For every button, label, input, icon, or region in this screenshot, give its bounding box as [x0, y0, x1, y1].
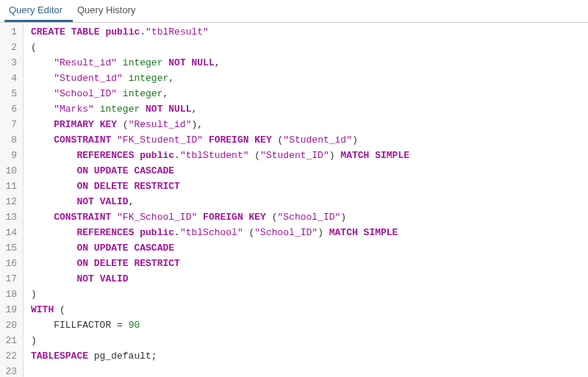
line-number: 2: [3, 40, 17, 55]
token-kw: RESTRICT: [134, 181, 179, 192]
tab-query-history[interactable]: Query History: [73, 0, 146, 22]
token-kw: VALID: [100, 196, 129, 207]
code-line[interactable]: NOT VALID,: [31, 194, 409, 209]
token-kw: public: [105, 26, 140, 37]
code-line[interactable]: CREATE TABLE public."tblResult": [31, 24, 409, 40]
token-plain: .: [174, 227, 180, 238]
token-plain: ,: [215, 57, 220, 68]
token-plain: [88, 165, 94, 176]
token-plain: (: [249, 150, 261, 161]
token-plain: [31, 165, 76, 176]
token-typ: integer: [123, 88, 163, 99]
code-line[interactable]: "Marks" integer NOT NULL,: [31, 101, 409, 117]
code-line[interactable]: ): [31, 287, 409, 302]
token-kw: WITH: [31, 304, 54, 315]
token-str: "FK_School_ID": [117, 212, 197, 223]
token-plain: (: [54, 304, 65, 315]
code-line[interactable]: ): [31, 333, 409, 348]
token-kw: VALID: [100, 273, 129, 284]
sql-editor[interactable]: 1234567891011121314151617181920212223 CR…: [0, 23, 588, 377]
token-kw: DELETE: [94, 181, 129, 192]
token-kw: NOT: [76, 196, 93, 207]
code-line[interactable]: "Result_id" integer NOT NULL,: [31, 55, 409, 71]
line-number: 8: [3, 132, 17, 148]
token-plain: [31, 243, 76, 254]
code-line[interactable]: NOT VALID: [31, 271, 409, 287]
code-line[interactable]: CONSTRAINT "FK_School_ID" FOREIGN KEY ("…: [31, 209, 409, 225]
line-number: 14: [3, 225, 17, 240]
token-plain: [31, 212, 54, 223]
line-number: 7: [3, 117, 17, 132]
token-str: "Result_id": [54, 57, 117, 68]
code-line[interactable]: "School_ID" integer,: [31, 86, 409, 101]
line-number: 10: [3, 163, 17, 179]
token-str: "tblResult": [146, 26, 209, 37]
token-plain: [31, 258, 76, 269]
token-plain: [123, 73, 129, 84]
line-number: 18: [3, 287, 17, 302]
token-plain: [358, 227, 364, 238]
token-plain: [243, 212, 249, 223]
token-plain: [94, 273, 100, 284]
line-number: 19: [3, 302, 17, 317]
line-number: 17: [3, 271, 17, 287]
token-plain: [88, 243, 94, 254]
code-line[interactable]: ON DELETE RESTRICT: [31, 179, 409, 194]
token-plain: ,: [129, 196, 135, 207]
token-kw: ON: [76, 181, 88, 192]
code-line[interactable]: "Student_id" integer,: [31, 71, 409, 86]
token-plain: ): [318, 227, 329, 238]
line-number: 11: [3, 179, 17, 194]
token-str: "Result_id": [129, 119, 192, 130]
token-plain: ): [352, 134, 358, 146]
token-num: 90: [129, 320, 140, 331]
code-line[interactable]: ON UPDATE CASCADE: [31, 240, 409, 256]
token-str: "tblStudent": [180, 150, 249, 161]
code-area[interactable]: CREATE TABLE public."tblResult"( "Result…: [24, 23, 409, 377]
line-number: 3: [3, 55, 17, 71]
token-kw: RESTRICT: [134, 258, 179, 269]
line-number: 13: [3, 209, 17, 225]
code-line[interactable]: ON UPDATE CASCADE: [31, 163, 409, 179]
token-plain: [111, 134, 117, 146]
code-line[interactable]: WITH (: [31, 302, 409, 317]
code-line[interactable]: TABLESPACE pg_default;: [31, 348, 409, 364]
token-plain: [31, 73, 54, 84]
token-kw: MATCH: [340, 150, 369, 161]
code-line[interactable]: REFERENCES public."tblStudent" ("Student…: [31, 148, 409, 163]
code-line[interactable]: [31, 364, 409, 377]
token-kw: MATCH: [329, 227, 358, 238]
token-plain: ,: [162, 88, 168, 99]
line-number: 9: [3, 148, 17, 163]
code-line[interactable]: (: [31, 40, 409, 55]
tab-query-editor[interactable]: Query Editor: [4, 0, 73, 22]
line-number: 5: [3, 86, 17, 101]
token-str: "Student_id": [54, 73, 123, 84]
token-kw: TABLE: [71, 26, 100, 37]
token-plain: [140, 104, 146, 115]
token-kw: CONSTRAINT: [54, 212, 111, 223]
token-plain: [88, 258, 94, 269]
code-line[interactable]: REFERENCES public."tblSchool" ("School_I…: [31, 225, 409, 240]
code-line[interactable]: FILLFACTOR = 90: [31, 317, 409, 333]
token-kw: SIMPLE: [364, 227, 398, 238]
token-plain: FILLFACTOR =: [31, 320, 129, 331]
token-kw: public: [140, 150, 174, 161]
token-str: "School_ID": [278, 212, 341, 223]
token-plain: ): [31, 335, 37, 346]
line-number: 15: [3, 240, 17, 256]
line-number: 1: [3, 24, 17, 40]
code-line[interactable]: PRIMARY KEY ("Result_id"),: [31, 117, 409, 132]
token-plain: [186, 57, 192, 68]
token-plain: ): [340, 212, 346, 223]
token-str: "School_ID": [254, 227, 318, 238]
code-line[interactable]: CONSTRAINT "FK_Student_ID" FOREIGN KEY (…: [31, 132, 409, 148]
token-plain: [369, 150, 375, 161]
code-line[interactable]: ON DELETE RESTRICT: [31, 256, 409, 271]
token-str: "Student_id": [283, 134, 352, 146]
token-kw: TABLESPACE: [31, 351, 88, 362]
line-number: 22: [3, 348, 17, 364]
token-str: "Student_ID": [260, 150, 329, 161]
token-plain: [31, 57, 54, 68]
token-plain: [31, 119, 54, 130]
